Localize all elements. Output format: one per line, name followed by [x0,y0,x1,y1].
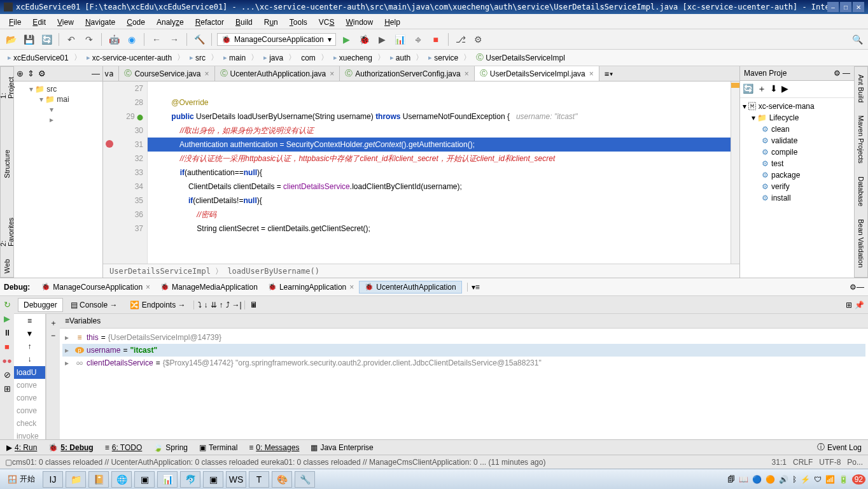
variable-row[interactable]: ▸oo clientDetailsService = {$Proxy145@14… [62,357,865,369]
thread-icon[interactable]: ≡ [27,316,32,325]
evaluate-icon[interactable]: 🖩 [244,301,258,309]
undo-icon[interactable]: ↶ [64,32,78,46]
endpoints-tab[interactable]: 🔀 Endpoints → [125,299,190,311]
hide-icon[interactable]: — [843,69,850,78]
add-watch-icon[interactable]: ＋ [50,318,57,329]
variable-row[interactable]: ▸≡ this = {UserDetailsServiceImpl@14739} [62,331,865,344]
redo-icon[interactable]: ↷ [82,32,96,46]
event-log-tab[interactable]: ⓘ Event Log [817,442,862,453]
task-item[interactable]: WS [226,471,246,488]
download-icon[interactable]: ⬇ [770,83,778,95]
debug-tab[interactable]: 🐞ManageMediaApplication [155,281,263,293]
run-tab[interactable]: ▶ 4: Run [6,443,37,452]
debug-tab-active[interactable]: 🐞UcenterAuthApplication [359,281,461,294]
frames-list[interactable]: loadU conve conve conve check invoke [14,366,45,443]
collapse-icon[interactable]: ⇕ [27,69,34,78]
filter-icon[interactable]: ▼ [26,329,34,338]
mute-icon[interactable]: ⊘ [1,369,13,380]
tray-icon[interactable]: 📶 [825,475,835,484]
vcs-icon[interactable]: ⎇ [454,32,468,46]
task-item[interactable]: T [249,471,269,488]
close-icon[interactable]: × [330,69,334,78]
menu-build[interactable]: Build [230,17,258,26]
prev-frame-icon[interactable]: ↑ [28,342,32,351]
build-icon[interactable]: 🔨 [192,32,206,46]
drop-frame-icon[interactable]: ⤴ [226,301,230,309]
editor-tab[interactable]: ⒸCourseService.java× [119,66,214,81]
favorites-tool-tab[interactable]: 2: Favorites [0,213,16,250]
bc-project[interactable]: ▸xcEduService01 [4,53,73,63]
menu-vcs[interactable]: VCS [314,17,340,26]
close-icon[interactable]: × [465,69,469,78]
start-button[interactable]: 🪟 开始 [3,472,40,486]
settings-icon[interactable]: ⚙ [472,32,486,46]
pin-icon[interactable]: 📌 [855,301,864,309]
task-item[interactable]: 🎨 [272,471,292,488]
line-separator[interactable]: CRLF [793,458,813,467]
web-tool-tab[interactable]: Web [2,255,12,277]
stop-icon[interactable]: ■ [429,32,443,46]
tab-dropdown[interactable]: ▾≡ [467,283,480,292]
run-config-selector[interactable]: 🐞 ManageCourseApplication ▾ [217,33,336,46]
menu-code[interactable]: Code [122,17,150,26]
gear-icon[interactable]: ⚙ [850,283,857,292]
task-item[interactable]: 🔧 [295,471,315,488]
tray-icon[interactable]: 🗐 [727,475,735,484]
menu-edit[interactable]: Edit [27,17,51,26]
menu-window[interactable]: Window [340,17,378,26]
maven-tool-tab[interactable]: Maven Projects [856,111,866,167]
tab-fragment[interactable]: va [103,66,119,81]
menu-run[interactable]: Run [259,17,283,26]
task-item[interactable]: IJ [43,471,63,488]
enterprise-tab[interactable]: ▦ Java Enterprise [311,443,373,452]
menu-tools[interactable]: Tools [284,17,312,26]
task-item[interactable]: 📔 [88,471,109,488]
bc-service[interactable]: ▸service [424,53,462,63]
database-tool-tab[interactable]: Database [856,173,866,210]
caret-position[interactable]: 31:1 [772,458,787,467]
menu-view[interactable]: View [52,17,79,26]
hide-icon[interactable]: — [857,283,864,292]
todo-tab[interactable]: ≡ 6: TODO [105,443,143,452]
editor-tab[interactable]: ⒸAuthorizationServerConfig.java× [340,66,474,81]
editor-tab[interactable]: ⒸUcenterAuthApplication.java× [215,66,340,81]
frame-item[interactable]: loadU [14,366,45,379]
tray-badge[interactable]: 92 [852,474,865,485]
error-stripe[interactable] [731,82,739,264]
run-to-cursor-icon[interactable]: →| [232,301,242,309]
hide-icon[interactable]: — [92,69,100,78]
close-icon[interactable]: × [349,283,354,292]
variable-row[interactable]: ▸p username = "itcast" [62,344,865,357]
save-icon[interactable]: 💾 [22,32,36,46]
maven-tree[interactable]: ▾ 🇲 xc-service-mana ▾ 📁 Lifecycle ⚙clean… [740,98,854,206]
minimize-button[interactable]: – [827,2,839,12]
variables-list[interactable]: ▸≡ this = {UserDetailsServiceImpl@14739}… [60,329,868,443]
coverage-icon[interactable]: ▶ [375,32,389,46]
stop-icon[interactable]: ■ [1,341,13,352]
task-item[interactable]: ▣ [134,471,155,488]
refresh-icon[interactable]: 🔄 [743,83,753,95]
task-item[interactable]: 📊 [157,471,178,488]
settings-icon[interactable]: ⊞ [846,301,852,309]
chrome-icon[interactable]: ◉ [125,32,139,46]
tab-overflow[interactable]: ≡▾ [599,66,619,81]
tray-icon[interactable]: 🛡 [814,475,822,484]
sync-icon[interactable]: 🔄 [39,32,53,46]
force-step-icon[interactable]: ⇊ [211,301,217,309]
tray-icon[interactable]: ᛒ [792,475,797,484]
open-icon[interactable]: 📂 [4,32,18,46]
remove-watch-icon[interactable]: − [51,331,55,340]
menu-analyze[interactable]: Analyze [151,17,189,26]
step-into-icon[interactable]: ↓ [204,301,208,309]
debug-tab[interactable]: 🐞LearningApplication× [263,281,359,293]
tray-icon[interactable]: 🔋 [839,475,848,484]
frame-item[interactable]: conve [14,404,45,417]
menu-help[interactable]: Help [379,17,405,26]
step-over-icon[interactable]: ⤵ [193,301,202,309]
project-tool-tab[interactable]: 1: Project [0,71,16,103]
task-item[interactable]: 🐬 [180,471,200,488]
debug-tab[interactable]: 🐞 5: Debug [48,443,93,452]
back-icon[interactable]: ← [150,32,164,46]
close-icon[interactable]: × [146,283,150,292]
attach-icon[interactable]: ⎆ [411,32,425,46]
